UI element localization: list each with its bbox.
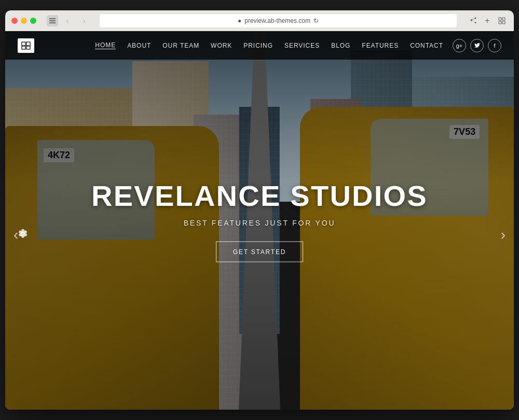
url-display: preview.ab-themes.com bbox=[244, 17, 310, 24]
new-tab-button[interactable]: + bbox=[482, 15, 493, 26]
security-icon: ● bbox=[238, 17, 241, 24]
browser-navigation: ‹ › bbox=[47, 15, 91, 26]
svg-rect-10 bbox=[26, 46, 30, 49]
svg-rect-8 bbox=[26, 42, 30, 46]
nav-services[interactable]: SERVICES bbox=[284, 42, 320, 49]
nav-blog[interactable]: BLOG bbox=[331, 42, 350, 49]
browser-titlebar: ‹ › ● preview.ab-themes.com ↻ + bbox=[5, 10, 514, 31]
nav-about[interactable]: ABOUT bbox=[127, 42, 151, 49]
carousel-next-button[interactable]: › bbox=[501, 227, 506, 243]
nav-links: HOME ABOUT OUR TEAM WORK PRICING SERVICE… bbox=[95, 41, 443, 49]
minimize-button[interactable] bbox=[21, 18, 27, 24]
svg-rect-0 bbox=[49, 18, 56, 19]
social-links: g+ f bbox=[453, 39, 501, 52]
navbar: HOME ABOUT OUR TEAM WORK PRICING SERVICE… bbox=[5, 31, 514, 60]
site-logo[interactable] bbox=[18, 38, 34, 53]
cta-button[interactable]: GET STARTED bbox=[216, 242, 303, 262]
hero-title: REVELANCE STUDIOS bbox=[91, 179, 428, 213]
tabs-button[interactable] bbox=[496, 15, 508, 26]
nav-contact[interactable]: CONTACT bbox=[410, 42, 443, 49]
share-button[interactable] bbox=[467, 15, 479, 26]
refresh-icon[interactable]: ↻ bbox=[313, 17, 319, 24]
nav-features[interactable]: FEATURES bbox=[362, 42, 399, 49]
traffic-lights bbox=[11, 18, 36, 24]
back-button[interactable]: ‹ bbox=[60, 15, 75, 26]
svg-rect-3 bbox=[499, 18, 501, 20]
svg-rect-1 bbox=[49, 20, 56, 21]
address-bar[interactable]: ● preview.ab-themes.com ↻ bbox=[100, 14, 457, 27]
svg-rect-7 bbox=[22, 42, 25, 46]
website-content: 4K72 7V53 HOME ABOUT OUR TEAM WORK PRICI… bbox=[5, 31, 514, 410]
nav-pricing[interactable]: PRICING bbox=[243, 42, 273, 49]
close-button[interactable] bbox=[11, 18, 18, 24]
svg-rect-6 bbox=[502, 21, 505, 24]
nav-work[interactable]: WORK bbox=[211, 42, 232, 49]
sidebar-toggle[interactable] bbox=[47, 15, 58, 26]
browser-actions: + bbox=[467, 15, 508, 26]
svg-rect-9 bbox=[22, 46, 25, 49]
maximize-button[interactable] bbox=[30, 18, 36, 24]
hero-content: REVELANCE STUDIOS BEST FEATURES JUST FOR… bbox=[91, 179, 428, 262]
browser-window: ‹ › ● preview.ab-themes.com ↻ + bbox=[5, 10, 514, 410]
svg-rect-5 bbox=[499, 21, 501, 24]
svg-rect-4 bbox=[502, 18, 505, 20]
settings-gear[interactable] bbox=[18, 229, 28, 242]
svg-rect-2 bbox=[49, 22, 56, 23]
carousel-prev-button[interactable]: ‹ bbox=[13, 227, 18, 243]
twitter-button[interactable] bbox=[470, 39, 484, 52]
forward-button[interactable]: › bbox=[77, 15, 91, 26]
nav-our-team[interactable]: OUR TEAM bbox=[162, 42, 199, 49]
nav-home[interactable]: HOME bbox=[95, 41, 116, 49]
hero-subtitle: BEST FEATURES JUST FOR YOU bbox=[91, 219, 428, 227]
google-plus-button[interactable]: g+ bbox=[453, 39, 466, 52]
facebook-button[interactable]: f bbox=[488, 39, 501, 52]
